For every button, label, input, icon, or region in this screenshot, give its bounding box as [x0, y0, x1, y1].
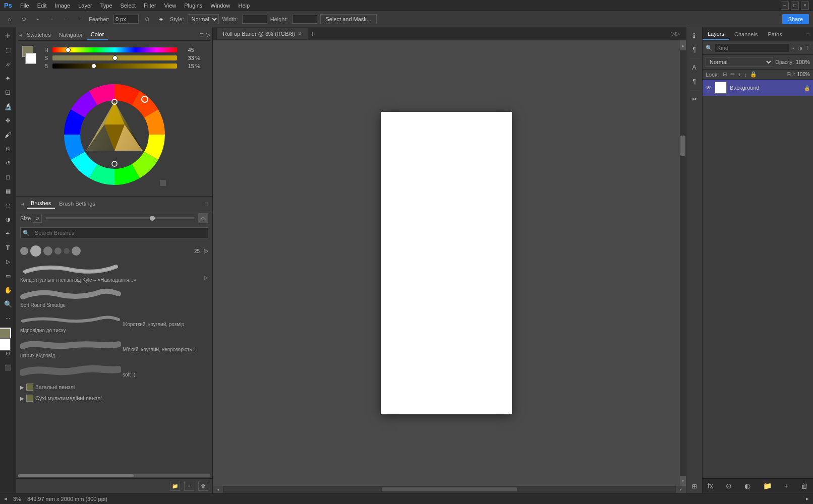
menu-layer[interactable]: Layer: [74, 2, 96, 10]
scroll-down-btn[interactable]: ▼: [680, 476, 686, 486]
brush-tool[interactable]: 🖌: [2, 128, 15, 141]
brush-settings-tab[interactable]: Brush Settings: [55, 199, 99, 208]
maximize-btn[interactable]: □: [791, 2, 799, 10]
brush-preset-4[interactable]: [54, 247, 62, 255]
brushes-tab[interactable]: Brushes: [27, 199, 55, 209]
type-tool[interactable]: T: [2, 241, 15, 254]
brush-preset-5[interactable]: [64, 248, 70, 254]
lasso-option2[interactable]: ▫: [46, 14, 57, 25]
filter-shape-icon[interactable]: ▭: [811, 45, 813, 51]
history-brush[interactable]: ↺: [2, 156, 15, 169]
menu-select[interactable]: Select: [117, 2, 140, 10]
arrow-left-btn[interactable]: ◂: [4, 495, 7, 502]
layers-search-input[interactable]: [715, 43, 789, 52]
info-btn[interactable]: ℹ: [688, 29, 701, 42]
gradient-tool[interactable]: ▦: [2, 184, 15, 198]
lasso-tool-btn[interactable]: ⬭: [18, 14, 29, 25]
style-select[interactable]: Normal: [188, 14, 219, 24]
h-slider[interactable]: [52, 47, 177, 52]
opacity-value[interactable]: 100%: [796, 59, 810, 65]
shape-tool[interactable]: ▭: [2, 269, 15, 282]
brushes-panel-menu[interactable]: ≡: [204, 200, 208, 208]
menu-window[interactable]: Window: [206, 2, 234, 10]
add-mask-layer-btn[interactable]: ⊙: [724, 481, 734, 491]
layer-visibility-icon[interactable]: 👁: [706, 84, 712, 91]
collapse-brushes-btn[interactable]: ◂: [20, 201, 25, 207]
menu-help[interactable]: Help: [234, 2, 254, 10]
delete-layer-btn[interactable]: 🗑: [799, 481, 810, 491]
fx-btn[interactable]: fx: [706, 481, 715, 491]
spot-heal[interactable]: ✤: [2, 114, 15, 127]
select-mask-btn[interactable]: Select and Mask...: [320, 14, 377, 24]
marquee-tool[interactable]: ⬚: [2, 43, 15, 56]
menu-file[interactable]: File: [16, 2, 33, 10]
doc-tab[interactable]: Roll up Baner @ 3% (RGB/8) ×: [217, 28, 308, 39]
width-input[interactable]: [242, 15, 267, 24]
more-tools[interactable]: ···: [2, 311, 15, 325]
feather-icon[interactable]: ⬡: [142, 14, 153, 25]
brush-preset-2[interactable]: [30, 245, 41, 257]
clone-tool[interactable]: ⎘: [2, 142, 15, 155]
brush-preset-3[interactable]: [43, 246, 52, 256]
feather-input[interactable]: [113, 15, 139, 24]
new-brush-btn[interactable]: +: [184, 481, 194, 491]
lock-position-icon[interactable]: ✏: [730, 71, 735, 78]
tab-close-btn[interactable]: ×: [298, 30, 302, 37]
background-color[interactable]: [0, 338, 11, 351]
path-select[interactable]: ▷: [2, 255, 15, 268]
lock-closed-icon[interactable]: 🔒: [750, 71, 757, 78]
menu-view[interactable]: View: [160, 2, 181, 10]
smudge-arrow[interactable]: ▷: [204, 275, 208, 280]
size-slider[interactable]: [46, 217, 194, 219]
resize-handle[interactable]: [160, 180, 166, 186]
new-group-layer-btn[interactable]: 📁: [761, 481, 774, 491]
panel-icon-1[interactable]: ≡: [805, 30, 811, 38]
expand-panel-btn[interactable]: ▷: [206, 31, 210, 38]
canvas-background[interactable]: [213, 40, 680, 486]
swatches-tab[interactable]: Swatches: [23, 30, 55, 40]
brush-group-1[interactable]: ▶ Загальні пензлі: [20, 382, 208, 393]
hand-tool[interactable]: ✋: [2, 283, 15, 296]
lock-artboard-icon[interactable]: +: [738, 72, 741, 78]
layers-tab[interactable]: Layers: [703, 29, 729, 40]
horizontal-scrollbar[interactable]: ◂ ▸: [213, 486, 686, 493]
new-tab-btn[interactable]: +: [310, 30, 314, 38]
minimize-btn[interactable]: −: [781, 2, 789, 10]
collapse-color-btn[interactable]: ◂: [18, 32, 23, 38]
pen-tool[interactable]: ✒: [2, 227, 15, 240]
paths-tab[interactable]: Paths: [763, 29, 787, 39]
delete-brush-btn[interactable]: 🗑: [198, 481, 208, 491]
feather-toggle[interactable]: ◈: [156, 14, 167, 25]
close-btn[interactable]: ×: [801, 2, 809, 10]
filter-type-icon[interactable]: T: [805, 45, 810, 51]
scroll-right-btn[interactable]: ▸: [676, 486, 686, 493]
filter-pixel-icon[interactable]: ▪: [791, 45, 795, 51]
brush-search-input[interactable]: [32, 228, 206, 238]
lock-pixels-icon[interactable]: ⊞: [723, 71, 727, 78]
layer-lock-icon[interactable]: 🔒: [804, 85, 810, 91]
panel-expand-btn[interactable]: ▷▷: [671, 30, 682, 37]
zoom-tool[interactable]: 🔍: [2, 297, 15, 310]
vertical-scrollbar[interactable]: ▲ ▼: [680, 40, 686, 486]
magic-wand[interactable]: ✦: [2, 72, 15, 85]
adjustment-layer-btn[interactable]: ◐: [742, 481, 752, 491]
brush-preset-1[interactable]: [20, 247, 28, 255]
b-slider[interactable]: [52, 64, 177, 69]
arrow-right-btn[interactable]: ▸: [806, 495, 809, 502]
h-scroll-thumb[interactable]: [382, 487, 517, 491]
para-btn2[interactable]: ¶: [688, 75, 701, 88]
layer-item-background[interactable]: 👁 Background 🔒: [703, 80, 813, 96]
blend-mode-select[interactable]: Normal: [706, 57, 773, 67]
dodge-tool[interactable]: ◑: [2, 213, 15, 226]
brush-scrollbar[interactable]: [18, 474, 210, 477]
lasso-option4[interactable]: ▫: [75, 14, 86, 25]
lasso-option1[interactable]: ▪: [32, 14, 43, 25]
menu-filter[interactable]: Filter: [140, 2, 160, 10]
blur-tool[interactable]: ◌: [2, 199, 15, 212]
frame-btn[interactable]: ⊞: [688, 480, 701, 493]
eyedropper[interactable]: 🔬: [2, 100, 15, 113]
size-reset-btn[interactable]: ↺: [33, 214, 42, 223]
menu-image[interactable]: Image: [51, 2, 75, 10]
brush-preset-6[interactable]: [72, 246, 81, 256]
channels-tab[interactable]: Channels: [729, 29, 763, 39]
